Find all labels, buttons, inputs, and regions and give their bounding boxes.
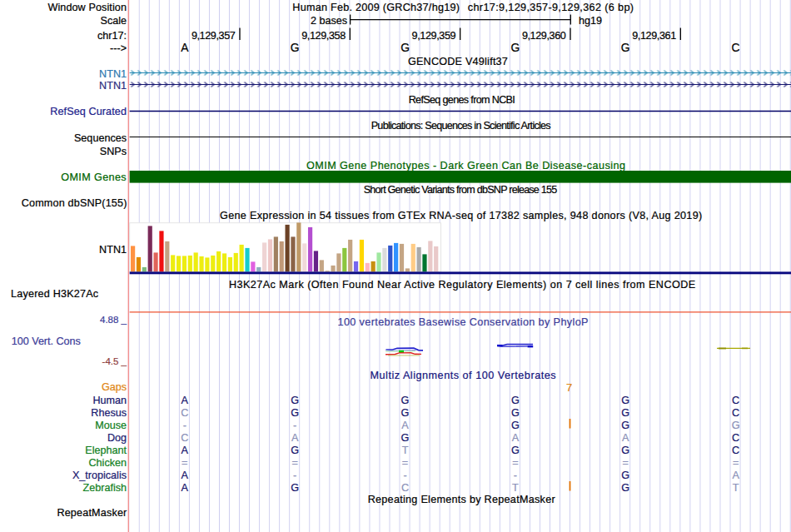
svg-text:100 vertebrates Basewise Conse: 100 vertebrates Basewise Conservation by… <box>338 316 589 328</box>
svg-text:G: G <box>621 395 629 406</box>
svg-text:9,129,361: 9,129,361 <box>632 30 676 42</box>
svg-text:G: G <box>291 445 299 456</box>
svg-text:Window Position: Window Position <box>47 2 127 13</box>
svg-text:A: A <box>401 420 409 431</box>
svg-text:G: G <box>732 420 740 431</box>
svg-text:C: C <box>181 432 188 444</box>
svg-text:9,129,358: 9,129,358 <box>301 30 346 42</box>
svg-text:C: C <box>732 395 739 406</box>
svg-text:chr17:9,129,357-9,129,362 (6 b: chr17:9,129,357-9,129,362 (6 bp) <box>468 2 634 13</box>
svg-text:Elephant: Elephant <box>85 445 127 456</box>
svg-text:9,129,359: 9,129,359 <box>412 30 456 42</box>
svg-text:G: G <box>511 407 520 419</box>
svg-text:Human: Human <box>92 395 127 406</box>
svg-text:G: G <box>621 407 629 419</box>
svg-text:-: - <box>293 470 296 481</box>
svg-text:G: G <box>401 432 410 444</box>
svg-text:A: A <box>291 432 299 444</box>
svg-text:Rhesus: Rhesus <box>91 407 127 419</box>
svg-text:OMIM Gene Phenotypes - Dark Gr: OMIM Gene Phenotypes - Dark Green Can Be… <box>306 160 625 172</box>
svg-text:hg19: hg19 <box>579 15 602 27</box>
svg-text:A: A <box>181 42 189 54</box>
svg-text:A: A <box>182 482 189 494</box>
svg-text:-: - <box>514 470 517 481</box>
svg-text:=: = <box>292 457 298 469</box>
svg-text:=: = <box>733 457 739 469</box>
svg-text:A: A <box>182 445 189 456</box>
svg-text:RefSeq genes from NCBI: RefSeq genes from NCBI <box>409 94 515 106</box>
svg-text:Multiz Alignments of 100 Verte: Multiz Alignments of 100 Vertebrates <box>371 370 557 381</box>
svg-text:RefSeq Curated: RefSeq Curated <box>50 106 127 117</box>
svg-text:G: G <box>511 445 520 456</box>
svg-text:C: C <box>401 482 409 494</box>
svg-text:Mouse: Mouse <box>95 420 127 431</box>
svg-text:Short Genetic Variants from db: Short Genetic Variants from dbSNP releas… <box>364 184 558 196</box>
svg-text:A: A <box>182 395 189 406</box>
svg-text:G: G <box>291 482 299 494</box>
svg-text:A: A <box>732 470 739 481</box>
svg-text:A: A <box>512 432 520 444</box>
svg-text:9,129,360: 9,129,360 <box>522 30 566 42</box>
svg-text:H3K27Ac Mark (Often Found Near: H3K27Ac Mark (Often Found Near Active Re… <box>229 279 696 291</box>
svg-text:=: = <box>182 457 187 469</box>
svg-text:4.88 _: 4.88 _ <box>100 315 127 325</box>
svg-text:T: T <box>402 445 409 456</box>
svg-text:Common dbSNP(155): Common dbSNP(155) <box>22 197 127 209</box>
svg-text:Publications: Sequences in Sci: Publications: Sequences in Scientific Ar… <box>371 120 551 132</box>
svg-text:G: G <box>621 445 629 456</box>
svg-text:G: G <box>291 395 299 406</box>
svg-text:Dog: Dog <box>107 432 127 444</box>
svg-text:T: T <box>733 482 739 494</box>
svg-text:G: G <box>291 42 300 54</box>
svg-text:C: C <box>732 42 740 54</box>
svg-text:Human Feb. 2009 (GRCh37/hg19): Human Feb. 2009 (GRCh37/hg19) <box>292 2 460 13</box>
svg-text:9,129,357: 9,129,357 <box>192 30 236 42</box>
svg-text:-: - <box>403 470 406 481</box>
svg-text:Layered H3K27Ac: Layered H3K27Ac <box>11 288 98 300</box>
svg-text:=: = <box>402 457 408 469</box>
svg-text:A: A <box>622 432 629 444</box>
svg-text:OMIM Genes: OMIM Genes <box>61 172 127 183</box>
svg-text:100 Vert. Cons: 100 Vert. Cons <box>12 336 81 347</box>
svg-text:-4.5 _: -4.5 _ <box>102 356 127 366</box>
svg-text:--->: ---> <box>110 42 127 54</box>
svg-text:Gaps: Gaps <box>102 381 127 393</box>
svg-text:=: = <box>512 457 518 469</box>
svg-text:G: G <box>621 470 629 481</box>
svg-text:Chicken: Chicken <box>89 457 127 469</box>
svg-text:Scale: Scale <box>100 15 127 27</box>
svg-text:A: A <box>182 470 189 481</box>
svg-text:chr17:: chr17: <box>97 30 127 42</box>
svg-text:C: C <box>732 407 739 419</box>
svg-text:=: = <box>623 457 629 469</box>
svg-text:RepeatMasker: RepeatMasker <box>57 507 127 519</box>
svg-text:X_tropicalis: X_tropicalis <box>72 470 127 481</box>
svg-text:2 bases: 2 bases <box>311 15 347 27</box>
svg-text:T: T <box>512 482 519 494</box>
svg-text:G: G <box>400 42 410 54</box>
svg-text:SNPs: SNPs <box>100 146 127 157</box>
svg-text:G: G <box>401 407 410 419</box>
svg-text:Zebrafish: Zebrafish <box>83 482 127 494</box>
svg-text:G: G <box>401 395 410 406</box>
svg-text:Repeating Elements by RepeatMa: Repeating Elements by RepeatMasker <box>368 494 555 505</box>
svg-text:Sequences: Sequences <box>74 132 127 144</box>
svg-text:G: G <box>621 420 629 431</box>
svg-text:G: G <box>511 395 520 406</box>
svg-text:G: G <box>621 482 629 494</box>
svg-text:7: 7 <box>566 381 572 394</box>
svg-text:G: G <box>291 407 299 419</box>
svg-text:NTN1: NTN1 <box>99 68 127 80</box>
svg-text:G: G <box>511 420 520 431</box>
svg-text:-: - <box>293 420 296 431</box>
svg-text:C: C <box>181 407 188 419</box>
svg-text:NTN1: NTN1 <box>99 80 127 92</box>
svg-text:Gene Expression in 54 tissues: Gene Expression in 54 tissues from GTEx … <box>220 210 702 221</box>
svg-text:C: C <box>732 432 739 444</box>
svg-text:GENCODE V49lift37: GENCODE V49lift37 <box>408 56 508 67</box>
svg-text:C: C <box>732 445 739 456</box>
svg-text:NTN1: NTN1 <box>99 244 127 256</box>
svg-text:G: G <box>511 42 520 54</box>
svg-text:G: G <box>621 42 630 54</box>
svg-text:-: - <box>183 420 187 431</box>
